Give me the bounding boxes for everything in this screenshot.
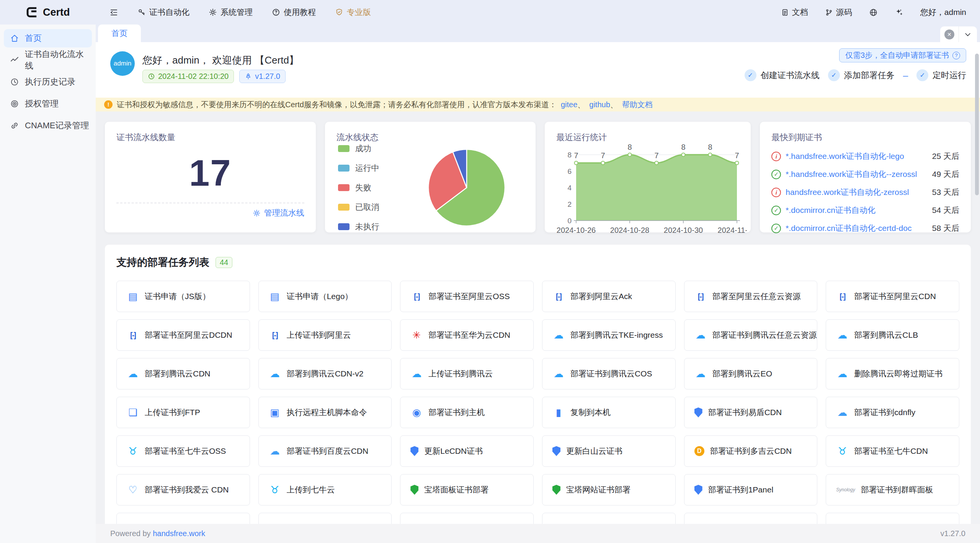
task-card[interactable]: ☁部署到腾讯云TKE-ingress [542,319,676,351]
task-card[interactable]: 更新白山云证书 [542,435,676,467]
copy-icon: ▮ [552,407,565,419]
cert-link[interactable]: handsfree.work证书自动化-zerossl [786,187,927,198]
task-card[interactable]: ☁上传证书到腾讯云 [400,358,534,389]
baota-shield-icon [552,485,560,495]
data-point-label: 7 [601,151,605,160]
task-card[interactable]: ☁部署到腾讯云EO [684,358,818,389]
task-card[interactable]: ♉部署证书至七牛CDN [826,435,959,467]
task-card[interactable]: [-]部署到阿里云Ack [542,281,676,312]
data-point[interactable] [575,161,578,165]
task-card[interactable]: ▤证书申请（Lego） [258,281,392,312]
manage-pipelines-link[interactable]: 管理流水线 [116,203,304,222]
task-card[interactable]: ♉上传到七牛云 [258,474,392,505]
sparkles-icon[interactable] [895,8,903,17]
task-card[interactable]: Synology部署证书到群晖面板 [826,474,959,505]
task-card[interactable]: ▣执行远程主机脚本命令 [258,397,392,428]
task-card[interactable]: ♡部署证书到我爱云 CDN [116,474,250,505]
cert-status-icon: i [771,152,781,161]
legend-item[interactable]: 已取消 [338,202,379,213]
task-card[interactable]: [-]部署证书至阿里云DCDN [116,319,250,351]
step-add-deploy-task[interactable]: ✓ 添加部署任务 [828,69,895,81]
sidebar-item-history[interactable]: 执行历史记录 [4,73,92,91]
task-card[interactable]: [-]部署证书至阿里云CDN [826,281,959,312]
language-globe-icon[interactable] [869,8,878,17]
data-point[interactable] [655,161,658,165]
task-card[interactable]: 部署证书到1Panel [684,474,818,505]
source-code-link[interactable]: 源码 [825,7,852,18]
task-card[interactable]: 更新LeCDN证书 [400,435,534,467]
menu-cert-automation[interactable]: 证书自动化 [137,7,189,18]
aliyun-icon: [-] [410,292,423,301]
legend-item[interactable]: 失败 [338,182,379,193]
task-card[interactable]: ☁部署证书到腾讯云COS [542,358,676,389]
task-card[interactable]: ☁部署到腾讯云CDN-v2 [258,358,392,389]
step-create-pipeline[interactable]: ✓ 创建证书流水线 [745,69,820,81]
pipeline-count-value: 17 [116,143,304,203]
task-card[interactable]: 部署证书到易盾CDN [684,397,818,428]
legend-item[interactable]: 未执行 [338,221,379,232]
cert-link[interactable]: *.handsfree.work证书自动化--zerossl [786,169,927,180]
task-card[interactable]: ♉部署证书至七牛云OSS [116,435,250,467]
cert-link[interactable]: *.handsfree.work证书自动化-lego [786,151,927,162]
task-card[interactable]: [-]部署至阿里云任意云资源 [684,281,818,312]
cert-link[interactable]: *.docmirror.cn证书自动化-certd-doc [786,223,927,234]
data-point[interactable] [735,161,739,165]
task-card[interactable]: ▮复制到本机 [542,397,676,428]
task-card[interactable]: ◉部署证书到主机 [400,397,534,428]
handsfree-link[interactable]: handsfree.work [153,529,205,538]
host-upload-icon: ◉ [410,407,423,419]
shield-icon [694,485,702,495]
github-link[interactable]: github [589,100,610,109]
task-card[interactable]: ☁部署证书到百度云CDN [258,435,392,467]
version-badge[interactable]: v1.27.0 [239,70,286,83]
task-card[interactable]: 宝塔网站证书部署 [542,474,676,505]
data-point[interactable] [682,153,685,157]
scrollbar-thumb[interactable] [975,54,979,195]
tab-home[interactable]: 首页 [98,25,141,42]
legend-label: 失败 [355,182,371,193]
task-card[interactable]: ☁部署证书到腾讯云任意云资源 [684,319,818,351]
avatar[interactable]: admin [110,51,135,76]
task-card[interactable]: ✳部署证书至华为云CDN [400,319,534,351]
task-card[interactable]: ☁部署到腾讯云CDN [116,358,250,389]
tab-menu-button[interactable] [959,26,977,42]
legend-item[interactable]: 运行中 [338,163,379,173]
baota-shield-icon [410,485,418,495]
menu-tutorial[interactable]: 使用教程 [272,7,316,18]
time-badge: 2024-11-02 22:10:20 [142,70,234,83]
gitee-link[interactable]: gitee [561,100,577,109]
close-tab-button[interactable]: ✕ [940,26,959,42]
task-card[interactable]: ▤证书申请（JS版） [116,281,250,312]
task-card[interactable]: [-]部署证书至阿里云OSS [400,281,534,312]
task-card[interactable]: ☁部署到腾讯云CLB [826,319,959,351]
brand[interactable]: Certd [0,6,96,19]
cert-link[interactable]: *.docmirror.cn证书自动化 [786,205,927,216]
task-card[interactable]: ☁部署证书到cdnfly [826,397,959,428]
task-card[interactable]: ❏上传证书到FTP [116,397,250,428]
git-branch-icon [825,8,833,16]
data-point[interactable] [601,161,605,165]
menu-system-settings[interactable]: 系统管理 [209,7,253,18]
data-point[interactable] [709,153,712,157]
task-card[interactable]: 宝塔面板证书部署 [400,474,534,505]
cert-row: ✓ *.handsfree.work证书自动化--zerossl 49 天后 [771,169,959,180]
user-greeting[interactable]: 您好，admin [920,7,966,18]
task-card[interactable]: ☁删除腾讯云即将过期证书 [826,358,959,389]
help-docs-link[interactable]: 帮助文档 [622,100,653,109]
step-scheduled-run[interactable]: ✓ 定时运行 [916,69,966,81]
docs-link[interactable]: 文档 [781,7,808,18]
sidebar-item-authorization[interactable]: 授权管理 [4,95,92,113]
tasks-count-badge: 44 [216,257,232,268]
x-tick-label: 2024-10-26 [557,226,596,234]
sidebar-item-cname-records[interactable]: CNAME记录管理 [4,116,92,135]
data-point[interactable] [628,153,632,157]
sidebar-item-home[interactable]: 首页 [4,29,92,47]
sidebar-item-pipelines[interactable]: 证书自动化流水线 [4,51,92,69]
menu-pro-version[interactable]: 专业版 [335,7,371,18]
menu-label: 证书自动化 [149,7,189,18]
legend-item[interactable]: 成功 [338,143,379,154]
collapse-sidebar-icon[interactable] [109,8,118,17]
task-card[interactable]: [-]上传证书到阿里云 [258,319,392,351]
promo-pill[interactable]: 仅需3步，全自动申请部署证书 ? [839,48,966,62]
task-card[interactable]: D部署证书到多吉云CDN [684,435,818,467]
